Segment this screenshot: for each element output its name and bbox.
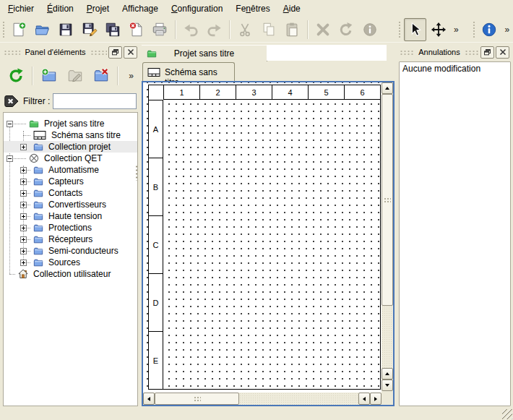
tree-item-convertisseurs[interactable]: Convertisseurs [4,199,137,210]
expand-expander[interactable] [20,179,27,185]
tree-item-protections[interactable]: Protections [4,222,137,233]
horizontal-scroll-thumb[interactable] [155,393,239,405]
tree-item-automatisme[interactable]: Automatisme [4,164,137,176]
tree-item-collection-qet[interactable]: Collection QET [4,153,137,164]
edit-category-button-disabled[interactable] [64,64,87,87]
collapse-expander[interactable] [7,155,13,162]
tree-item-capteurs[interactable]: Capteurs [4,176,137,187]
toolbar-overflow-2[interactable]: » [502,19,512,40]
menu-projet[interactable]: Projet [80,1,116,16]
scroll-up-button[interactable] [381,82,393,94]
tab-project[interactable]: Projet sans titre [142,45,267,61]
titlebar-texture [465,49,479,56]
scroll-down-button[interactable] [381,380,393,391]
toolbar-handle[interactable] [1,20,5,39]
toolbar-handle[interactable] [472,20,475,39]
diagram-view[interactable]: 123456ABCDE [142,81,395,406]
expand-expander[interactable] [20,236,27,243]
expand-expander[interactable] [20,260,27,266]
new-category-button[interactable] [38,64,61,87]
close-dock-button[interactable] [496,46,509,59]
down-arrow-icon [385,384,389,387]
horizontal-scrollbar[interactable] [143,393,381,405]
menu-aide[interactable]: Aide [277,1,307,16]
menu-fichier[interactable]: Fichier [1,1,40,16]
save-as-button[interactable] [78,18,100,41]
tree-item-label: Haute tension [48,211,102,222]
undo-panel-titlebar[interactable]: Annulations [397,45,512,59]
tree-item-collection-projet[interactable]: Collection projet [4,141,137,153]
diagram-canvas[interactable]: 123456ABCDE [143,82,381,393]
info-blue-icon [481,22,497,38]
copy-button-disabled[interactable] [257,18,280,41]
select-cursor-button[interactable] [404,18,426,41]
tree-item-sources[interactable]: Sources [4,257,137,268]
info-gray-button-disabled[interactable] [359,18,381,41]
rotate-button-disabled[interactable] [335,18,358,41]
save-button[interactable] [55,18,77,41]
close-file-icon [129,22,145,38]
expand-expander[interactable] [20,213,27,220]
undo-history-list[interactable]: Aucune modification [399,61,511,406]
scroll-up-button-2[interactable] [381,368,393,380]
toolbar-overflow-1[interactable]: » [451,19,461,40]
save-all-button[interactable] [102,18,124,41]
titlebar-texture [400,49,414,56]
scroll-left-button-2[interactable] [358,393,370,405]
undo-button-disabled[interactable] [180,18,202,41]
clear-filter-icon[interactable] [4,94,20,108]
titlebar-texture [4,49,20,56]
move-tool-button[interactable] [428,18,450,41]
paste-button-disabled[interactable] [281,18,303,41]
expand-expander[interactable] [20,190,27,197]
open-file-button[interactable] [31,18,53,41]
tree-item-label: Récepteurs [48,234,92,245]
vertical-scroll-track[interactable] [381,306,393,368]
tree-item-recepteurs[interactable]: Récepteurs [4,233,137,245]
new-document-button[interactable] [8,18,30,41]
menu-edition[interactable]: Édition [40,1,80,16]
tree-item-semi-conducteurs[interactable]: Semi-conducteurs [4,245,137,257]
expand-expander[interactable] [20,144,27,150]
vertical-scrollbar[interactable] [381,82,393,393]
expand-expander[interactable] [20,202,27,208]
tree-item-contacts[interactable]: Contacts [4,187,137,199]
tree-item-projet-sans-titre[interactable]: Projet sans titre [4,118,137,129]
project-tab-label: Projet sans titre [142,48,267,59]
horizontal-scroll-track[interactable] [239,393,358,405]
info-blue-button[interactable] [478,18,501,41]
menu-fenetres[interactable]: Fenêtres [229,1,276,16]
tree-item-haute-tension[interactable]: Haute tension [4,210,137,222]
scroll-right-button[interactable] [370,393,381,405]
collapse-expander[interactable] [7,121,13,127]
tab-schema[interactable]: Schéma sans titre [142,62,235,82]
elements-panel-titlebar[interactable]: Panel d'éléments [1,45,139,59]
panel-toolbar-overflow[interactable]: » [126,65,137,87]
cut-button-disabled[interactable] [234,18,256,41]
redo-button-disabled[interactable] [203,18,225,41]
expand-expander[interactable] [20,167,27,173]
expand-expander[interactable] [20,225,27,231]
tree-item-collection-utilisateur[interactable]: Collection utilisateur [4,268,137,280]
menu-affichage[interactable]: Affichage [116,1,165,16]
delete-button-disabled[interactable] [312,18,335,41]
float-dock-button[interactable] [108,46,122,59]
reload-button[interactable] [4,64,27,87]
dock-splitter-handle[interactable] [135,165,139,181]
frame-corner-cell [149,85,163,100]
reload-icon [8,68,24,84]
print-button[interactable] [149,18,171,41]
close-file-button[interactable] [126,18,148,41]
tree-item-schema-sans-titre[interactable]: Schéma sans titre [4,129,137,141]
expand-expander[interactable] [20,248,27,254]
float-dock-button[interactable] [480,46,494,59]
folder-icon [33,257,44,267]
scroll-left-button[interactable] [143,393,155,405]
toolbar-handle[interactable] [397,20,401,39]
delete-category-button[interactable] [90,64,113,87]
filter-input[interactable] [53,93,137,109]
resize-grip[interactable] [502,409,512,419]
vertical-scroll-thumb[interactable] [381,94,393,306]
menu-configuration[interactable]: Configuration [165,1,229,16]
close-dock-button[interactable] [124,46,137,59]
